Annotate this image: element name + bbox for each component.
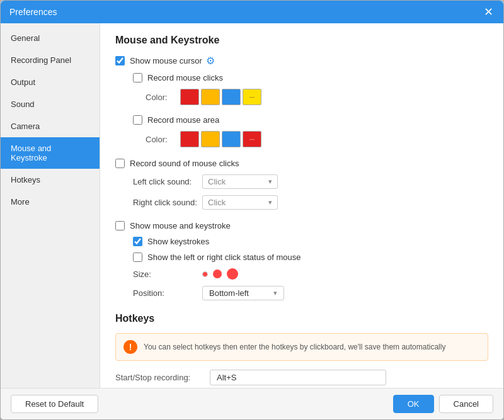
record-mouse-area-text: Record mouse area bbox=[147, 115, 219, 125]
left-click-sound-value: Click bbox=[208, 177, 226, 186]
right-click-dropdown-arrow: ▾ bbox=[268, 198, 272, 207]
gear-icon[interactable]: ⚙ bbox=[206, 55, 215, 67]
show-mouse-cursor-text: Show mouse cursor bbox=[130, 56, 202, 65]
left-click-sound-label: Left click sound: bbox=[133, 177, 202, 186]
sidebar-item-recording-panel[interactable]: Recording Panel bbox=[1, 49, 100, 71]
start-stop-label: Start/Stop recording: bbox=[115, 373, 203, 382]
position-label: Position: bbox=[133, 288, 202, 298]
size-large[interactable] bbox=[227, 268, 238, 280]
color-label-2: Color: bbox=[146, 135, 174, 144]
left-click-sound-row: Left click sound: Click ▾ bbox=[133, 174, 488, 189]
size-medium[interactable] bbox=[213, 270, 222, 278]
color-row-1: Color: ··· bbox=[146, 89, 488, 105]
color-swatch-red-2[interactable] bbox=[180, 131, 199, 147]
show-lr-click-text: Show the left or right click status of m… bbox=[147, 253, 301, 262]
color-row-2: Color: ··· bbox=[146, 131, 488, 147]
dialog-body: General Recording Panel Output Sound Cam… bbox=[1, 23, 503, 388]
show-mouse-cursor-label[interactable]: Show mouse cursor bbox=[115, 56, 202, 65]
sidebar-item-hotkeys[interactable]: Hotkeys bbox=[1, 169, 100, 191]
record-mouse-clicks-checkbox[interactable] bbox=[133, 73, 142, 82]
footer-right: OK Cancel bbox=[393, 395, 493, 413]
sidebar-item-mouse-keystroke[interactable]: Mouse and Keystroke bbox=[1, 137, 100, 169]
color-swatch-blue-1[interactable] bbox=[222, 89, 241, 105]
reset-button[interactable]: Reset to Default bbox=[11, 395, 98, 413]
ok-button[interactable]: OK bbox=[393, 395, 434, 413]
main-content: Mouse and Keystroke Show mouse cursor ⚙ … bbox=[100, 23, 503, 388]
hotkeys-title: Hotkeys bbox=[115, 313, 488, 324]
record-mouse-area-label[interactable]: Record mouse area bbox=[133, 115, 219, 125]
show-mouse-keystroke-text: Show mouse and keystroke bbox=[130, 221, 231, 230]
sidebar-item-general[interactable]: General bbox=[1, 27, 100, 49]
sidebar-item-camera[interactable]: Camera bbox=[1, 115, 100, 137]
footer: Reset to Default OK Cancel bbox=[1, 388, 503, 419]
color-swatch-yellow-2[interactable] bbox=[201, 131, 220, 147]
color-more-button-2[interactable]: ··· bbox=[243, 131, 261, 147]
size-row: Size: bbox=[133, 268, 488, 280]
right-click-sound-value: Click bbox=[208, 198, 226, 207]
start-stop-input[interactable] bbox=[210, 370, 386, 385]
info-icon: ! bbox=[123, 340, 137, 354]
record-mouse-clicks-text: Record mouse clicks bbox=[147, 73, 223, 82]
show-keystrokes-label[interactable]: Show keystrokes bbox=[133, 237, 209, 246]
record-mouse-clicks-row: Record mouse clicks bbox=[133, 73, 488, 82]
position-value: Bottom-left bbox=[209, 288, 249, 298]
record-sound-label[interactable]: Record sound of mouse clicks bbox=[115, 159, 239, 168]
color-more-button-1[interactable]: ··· bbox=[243, 89, 261, 105]
hotkeys-info-box: ! You can select hotkeys then enter the … bbox=[115, 333, 488, 361]
show-lr-click-checkbox[interactable] bbox=[133, 253, 142, 262]
show-keystrokes-text: Show keystrokes bbox=[147, 237, 209, 246]
right-click-sound-dropdown[interactable]: Click ▾ bbox=[202, 195, 278, 210]
color-swatch-yellow-1[interactable] bbox=[201, 89, 220, 105]
show-keystrokes-checkbox[interactable] bbox=[133, 237, 142, 246]
start-stop-row: Start/Stop recording: bbox=[115, 370, 488, 385]
record-sound-text: Record sound of mouse clicks bbox=[130, 159, 239, 168]
cancel-button[interactable]: Cancel bbox=[439, 395, 493, 413]
size-label: Size: bbox=[133, 270, 202, 279]
show-mouse-cursor-row: Show mouse cursor ⚙ bbox=[115, 55, 488, 67]
record-mouse-area-row: Record mouse area bbox=[133, 115, 488, 125]
size-small[interactable] bbox=[202, 271, 208, 277]
show-mouse-keystroke-row: Show mouse and keystroke bbox=[115, 221, 488, 230]
show-mouse-cursor-checkbox[interactable] bbox=[115, 56, 125, 65]
position-row: Position: Bottom-left ▾ bbox=[133, 286, 488, 300]
record-mouse-area-checkbox[interactable] bbox=[133, 115, 142, 125]
preferences-dialog: Preferences ✕ General Recording Panel Ou… bbox=[0, 0, 504, 420]
left-click-sound-dropdown[interactable]: Click ▾ bbox=[202, 174, 278, 189]
color-label-1: Color: bbox=[146, 93, 174, 102]
sidebar-item-sound[interactable]: Sound bbox=[1, 93, 100, 115]
titlebar: Preferences ✕ bbox=[1, 1, 503, 23]
show-lr-click-label[interactable]: Show the left or right click status of m… bbox=[133, 253, 301, 262]
record-mouse-clicks-label[interactable]: Record mouse clicks bbox=[133, 73, 223, 82]
show-mouse-keystroke-label[interactable]: Show mouse and keystroke bbox=[115, 221, 231, 230]
show-lr-click-row: Show the left or right click status of m… bbox=[133, 253, 488, 262]
record-sound-checkbox[interactable] bbox=[115, 159, 125, 168]
dialog-title: Preferences bbox=[9, 7, 57, 17]
position-dropdown-arrow: ▾ bbox=[273, 289, 277, 297]
color-swatch-red-1[interactable] bbox=[180, 89, 199, 105]
right-click-sound-row: Right click sound: Click ▾ bbox=[133, 195, 488, 210]
sidebar-item-output[interactable]: Output bbox=[1, 71, 100, 93]
record-sound-row: Record sound of mouse clicks bbox=[115, 159, 488, 168]
sidebar: General Recording Panel Output Sound Cam… bbox=[1, 23, 100, 388]
close-button[interactable]: ✕ bbox=[483, 6, 495, 18]
hotkeys-section: Hotkeys ! You can select hotkeys then en… bbox=[115, 313, 488, 385]
mouse-keystroke-title: Mouse and Keystroke bbox=[115, 35, 488, 46]
right-click-sound-label: Right click sound: bbox=[133, 198, 202, 207]
left-click-dropdown-arrow: ▾ bbox=[268, 178, 272, 186]
show-mouse-keystroke-checkbox[interactable] bbox=[115, 221, 125, 230]
sidebar-item-more[interactable]: More bbox=[1, 191, 100, 213]
hotkeys-info-text: You can select hotkeys then enter the ho… bbox=[144, 343, 445, 351]
position-dropdown[interactable]: Bottom-left ▾ bbox=[202, 286, 284, 300]
show-keystrokes-row: Show keystrokes bbox=[133, 237, 488, 246]
color-swatch-blue-2[interactable] bbox=[222, 131, 241, 147]
